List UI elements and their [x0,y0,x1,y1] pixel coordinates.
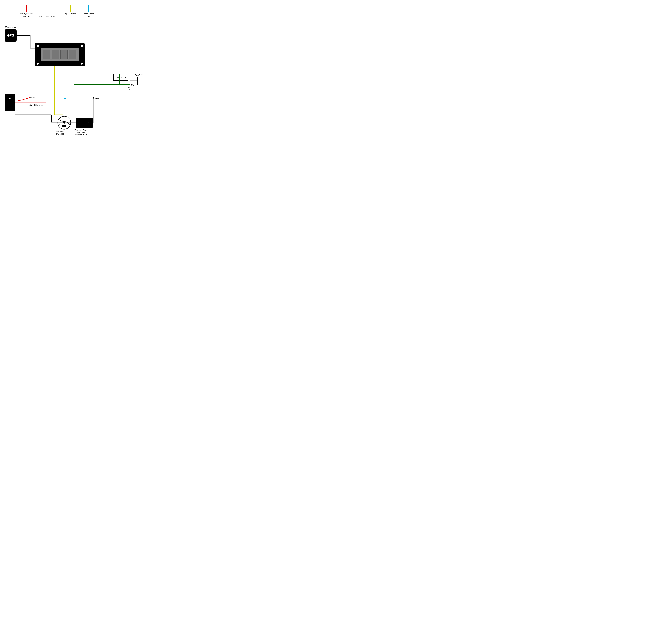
svg-point-8 [18,100,19,102]
mount-hole-tr [81,45,83,47]
digit-2 [52,50,59,59]
pedal-box: + − [75,118,93,128]
pedal-minus: − [88,121,89,124]
controller-box [35,43,85,67]
svg-rect-3 [62,125,67,127]
legend-line-battery [26,4,27,12]
digit-4 [69,50,76,59]
legend-item-battery: Battery Positive +12/24V [20,4,33,18]
mount-hole-tl [37,45,39,47]
gps-antenna-label: GPS Antenna [4,26,16,29]
pedal-label: Electronic PedalController orSolenoid va… [74,129,88,136]
fuel-pump-box: Fuel Pump [113,74,128,81]
legend-item-speed-signal: Speed signal wire [64,4,77,18]
legend-label-battery: Battery Positive +12/24V [20,13,33,18]
fuel-pump-label: Fuel Pump [116,76,126,78]
gps-box: GPS [4,30,17,41]
legend-label-gnd: GND [38,15,42,18]
gnd-label: GND [95,97,100,100]
digit-3 [60,50,68,59]
legend-line-speed-limit [53,7,53,15]
svg-point-28 [93,97,94,99]
voltage-label: +12V/+24V [133,74,142,76]
legend-label-speed-limit: Speed limit wire [47,15,59,18]
mount-hole-bl [37,62,39,65]
legend-line-speed-signal [70,4,71,12]
digit-1 [43,50,51,59]
battery-box: + - [4,94,15,111]
legend-item-gnd: GND [38,7,42,18]
odometer-label: Odometeror Gearbox [56,130,65,135]
pedal-plus: + [79,121,81,124]
legend-label-speed-signal: Speed signal wire [64,13,77,18]
controller-display [41,48,78,61]
legend-line-gnd [39,7,40,15]
gps-text: GPS [7,34,14,37]
battery-plus: + [9,97,11,100]
legend-item-speed-limit: Speed limit wire [47,7,59,18]
scissors-icon: ✂ [127,87,131,90]
svg-line-7 [18,98,30,101]
mount-hole-br [81,62,83,65]
speed-signal-wire-label: Speed Signal wire [30,104,44,107]
odometer-icon [57,116,71,129]
legend: Battery Positive +12/24V GND Speed limit… [20,4,95,18]
wires-svg [0,0,166,161]
svg-point-2 [64,122,65,124]
legend-line-speed-control [88,4,89,12]
svg-point-16 [64,97,66,99]
battery-minus: - [10,104,10,108]
diagram: Battery Positive +12/24V GND Speed limit… [0,0,166,161]
legend-item-speed-control: Speed Control wire [82,4,95,18]
cut-label: Cut [131,84,134,86]
legend-label-speed-control: Speed Control wire [82,13,95,18]
switch-label: Switch [30,96,35,99]
